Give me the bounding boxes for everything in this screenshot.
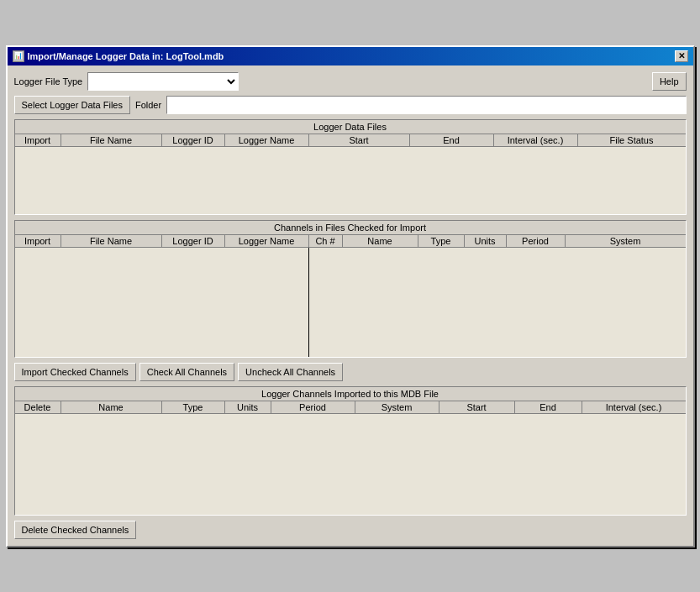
folder-row: Select Logger Data Files Folder — [14, 96, 687, 114]
ch-col-type: Type — [418, 235, 465, 247]
logger-data-files-body — [15, 147, 686, 214]
window-icon: 📊 — [13, 50, 24, 62]
uncheck-all-channels-button[interactable]: Uncheck All Channels — [238, 363, 343, 381]
delete-checked-channels-button[interactable]: Delete Checked Channels — [14, 521, 137, 539]
ch-col-loggername: Logger Name — [225, 235, 309, 247]
imported-channels-panel: Logger Channels Imported to this MDB Fil… — [14, 386, 687, 516]
logger-data-files-header: Import File Name Logger ID Logger Name S… — [15, 134, 686, 147]
ch-col-period: Period — [507, 235, 566, 247]
ldf-col-start: Start — [309, 134, 410, 146]
channels-panel: Channels in Files Checked for Import Imp… — [14, 220, 687, 358]
ch-col-import: Import — [15, 235, 61, 247]
ch-col-units: Units — [465, 235, 507, 247]
select-logger-files-button[interactable]: Select Logger Data Files — [14, 96, 130, 114]
logger-data-files-panel: Logger Data Files Import File Name Logge… — [14, 119, 687, 215]
logger-file-type-select[interactable] — [87, 72, 239, 91]
ch-col-name: Name — [343, 235, 418, 247]
ic-col-end: End — [515, 401, 582, 413]
ldf-col-end: End — [410, 134, 494, 146]
import-checked-channels-button[interactable]: Import Checked Channels — [14, 363, 136, 381]
imported-channels-title: Logger Channels Imported to this MDB Fil… — [15, 387, 686, 401]
ch-col-chnum: Ch # — [309, 235, 343, 247]
title-bar: 📊 Import/Manage Logger Data in: LogTool.… — [8, 47, 693, 65]
ch-col-filename: File Name — [61, 235, 162, 247]
logger-data-files-title: Logger Data Files — [15, 120, 686, 134]
action-buttons-row: Import Checked Channels Check All Channe… — [14, 363, 687, 381]
close-button[interactable]: ✕ — [675, 50, 688, 62]
channels-body — [15, 248, 686, 357]
ldf-col-loggername: Logger Name — [225, 134, 309, 146]
ldf-col-filestatus: File Status — [578, 134, 686, 146]
channels-panel-title: Channels in Files Checked for Import — [15, 221, 686, 235]
ch-col-loggerid: Logger ID — [162, 235, 225, 247]
ic-col-delete: Delete — [15, 401, 61, 413]
ldf-col-import: Import — [15, 134, 61, 146]
ic-col-period: Period — [271, 401, 355, 413]
title-bar-left: 📊 Import/Manage Logger Data in: LogTool.… — [13, 50, 224, 62]
ldf-col-filename: File Name — [61, 134, 162, 146]
ic-col-start: Start — [439, 401, 515, 413]
vertical-divider — [308, 248, 309, 357]
main-window: 📊 Import/Manage Logger Data in: LogTool.… — [6, 45, 695, 547]
help-button[interactable]: Help — [652, 72, 687, 91]
channels-header: Import File Name Logger ID Logger Name C… — [15, 235, 686, 248]
ic-col-system: System — [355, 401, 439, 413]
ic-col-interval: Interval (sec.) — [582, 401, 686, 413]
folder-label: Folder — [135, 100, 161, 110]
logger-file-type-label: Logger File Type — [14, 76, 83, 86]
folder-input[interactable] — [166, 96, 686, 114]
bottom-buttons-row: Delete Checked Channels — [14, 521, 687, 539]
ldf-col-interval: Interval (sec.) — [494, 134, 578, 146]
window-content: Logger File Type Help Select Logger Data… — [8, 65, 693, 546]
check-all-channels-button[interactable]: Check All Channels — [139, 363, 234, 381]
logger-file-type-row: Logger File Type Help — [14, 72, 687, 91]
ic-col-units: Units — [225, 401, 271, 413]
ic-col-name: Name — [61, 401, 162, 413]
ldf-col-loggerid: Logger ID — [162, 134, 225, 146]
ic-col-type: Type — [162, 401, 225, 413]
imported-channels-body — [15, 414, 686, 515]
ch-col-system: System — [566, 235, 686, 247]
window-title: Import/Manage Logger Data in: LogTool.md… — [28, 51, 224, 61]
imported-channels-header: Delete Name Type Units Period System Sta… — [15, 401, 686, 414]
